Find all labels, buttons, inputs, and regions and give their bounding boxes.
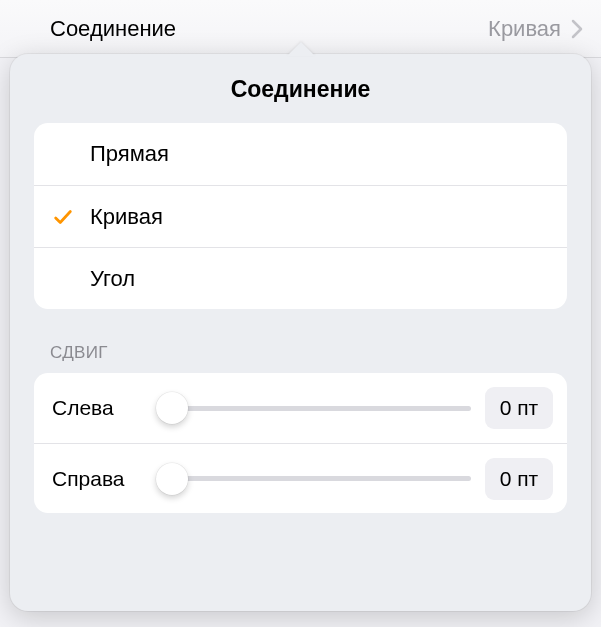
shift-right-slider[interactable] — [156, 463, 471, 495]
shift-left-label: Слева — [52, 396, 142, 420]
shift-right-label: Справа — [52, 467, 142, 491]
option-curve[interactable]: Кривая — [34, 185, 567, 247]
option-corner[interactable]: Угол — [34, 247, 567, 309]
option-label: Прямая — [90, 141, 169, 167]
option-label: Угол — [90, 266, 135, 292]
option-label: Кривая — [90, 204, 163, 230]
shift-controls: Слева 0 пт Справа 0 пт — [34, 373, 567, 513]
shift-section-header: СДВИГ — [50, 343, 551, 363]
popover-arrow — [287, 42, 315, 56]
shift-left-value[interactable]: 0 пт — [485, 387, 553, 429]
slider-track — [156, 406, 471, 411]
slider-track — [156, 476, 471, 481]
shift-right-row: Справа 0 пт — [34, 443, 567, 513]
shift-left-slider[interactable] — [156, 392, 471, 424]
checkmark-icon — [52, 206, 90, 228]
shift-right-value[interactable]: 0 пт — [485, 458, 553, 500]
connection-options: Прямая Кривая Угол — [34, 123, 567, 309]
connection-popover: Соединение Прямая Кривая Угол СДВИГ Слев… — [10, 54, 591, 611]
connection-row-value: Кривая — [488, 16, 561, 42]
option-straight[interactable]: Прямая — [34, 123, 567, 185]
chevron-right-icon — [571, 19, 583, 39]
slider-thumb[interactable] — [156, 463, 188, 495]
popover-title: Соединение — [10, 68, 591, 123]
slider-thumb[interactable] — [156, 392, 188, 424]
shift-left-row: Слева 0 пт — [34, 373, 567, 443]
connection-row-label: Соединение — [50, 16, 488, 42]
